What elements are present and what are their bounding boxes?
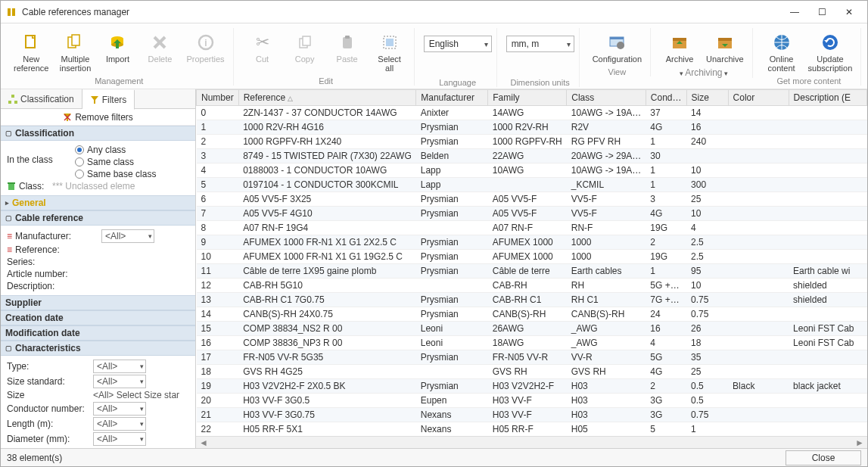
table-row[interactable]: 22H05 RR-F 5X1NexansH05 RR-FH0551 <box>197 422 867 437</box>
online-content-button[interactable]: Online content <box>762 28 801 73</box>
section-cable-reference[interactable]: ▢Cable reference <box>1 210 195 226</box>
col-reference[interactable]: Reference <box>238 90 416 106</box>
units-combo[interactable]: mm, m <box>506 36 574 52</box>
properties-button[interactable]: i Properties <box>182 28 228 64</box>
cell-desc <box>789 365 866 379</box>
manufacturer-combo[interactable]: <All> <box>101 229 154 243</box>
table-row[interactable]: 11Câble de terre 1X95 gaine plombPrysmia… <box>197 264 867 279</box>
tab-filters[interactable]: Filters <box>82 90 135 110</box>
col-manufacturer[interactable]: Manufacturer <box>416 90 488 106</box>
type-combo[interactable]: <All> <box>93 360 146 373</box>
cell-cls: RN-F <box>567 221 646 235</box>
table-row[interactable]: 18GVS RH 4G25GVS RHGVS RH4G25 <box>197 365 867 379</box>
minimize-button[interactable]: — <box>781 4 808 20</box>
import-button[interactable]: Import <box>98 28 137 64</box>
cell-ref: FR-N05 VV-R 5G35 <box>238 350 416 365</box>
table-row[interactable]: 40188003 - 1 CONDUCTOR 10AWGLapp10AWG10A… <box>197 163 867 178</box>
table-row[interactable]: 02ZN-1437 - 37 CONDUCTOR 14AWGAnixter14A… <box>197 106 867 120</box>
remove-filters-icon <box>63 113 72 122</box>
table-row[interactable]: 6A05 VV5-F 3X25PrysmianA05 VV5-FVV5-F325 <box>197 192 867 207</box>
table-row[interactable]: 21000 RGPFV-RH 1X240Prysmian1000 RGPFV-R… <box>197 135 867 149</box>
table-row[interactable]: 16COMP 38836_NP3 R 00Leoni18AWG_AWG418Le… <box>197 336 867 350</box>
cell-cls: 1000 <box>567 250 646 264</box>
cell-n: 16 <box>197 336 239 350</box>
unarchive-button[interactable]: Unarchive <box>702 28 748 64</box>
cell-desc <box>789 207 866 221</box>
cell-size: 0.75 <box>686 408 728 422</box>
cell-mfr: Prysmian <box>416 207 488 221</box>
table-row[interactable]: 17FR-N05 VV-R 5G35PrysmianFR-N05 VV-RVV-… <box>197 350 867 365</box>
table-row[interactable]: 11000 R2V-RH 4G16Prysmian1000 R2V-RHR2V4… <box>197 120 867 135</box>
col-number[interactable]: Number <box>197 90 239 106</box>
update-subscription-icon <box>820 32 841 53</box>
paste-button[interactable]: Paste <box>328 28 367 64</box>
cell-cls: 10AWG -> 19A… <box>567 163 646 178</box>
cut-button[interactable]: ✂Cut <box>243 28 282 64</box>
cell-cls: _AWG <box>567 336 646 350</box>
group-archiving: Archive Unarchive ▾Archiving▾ <box>655 28 753 78</box>
language-combo[interactable]: English <box>424 36 492 52</box>
cell-size: 0.5 <box>686 394 728 408</box>
remove-filters-button[interactable]: Remove filters <box>1 109 195 126</box>
table-row[interactable]: 50197104 - 1 CONDUCTOR 300KCMILLapp_KCMI… <box>197 178 867 192</box>
configuration-button[interactable]: Configuration <box>589 28 646 64</box>
cell-color <box>728 163 789 178</box>
diameter-combo[interactable]: <All> <box>93 432 146 446</box>
cell-n: 17 <box>197 350 239 365</box>
col-size[interactable]: Size <box>686 90 728 106</box>
cell-fam: A05 VV5-F <box>488 207 567 221</box>
delete-button[interactable]: Delete <box>140 28 179 64</box>
delete-icon <box>149 32 170 53</box>
table-row[interactable]: 9AFUMEX 1000 FR-N1 X1 G1 2X2.5 CPrysmian… <box>197 235 867 250</box>
section-classification[interactable]: ▢Classification <box>1 126 195 141</box>
svg-rect-15 <box>303 36 310 45</box>
table-row[interactable]: 20H03 VV-F 3G0.5EupenH03 VV-FH033G0.5 <box>197 394 867 408</box>
multiple-insertion-icon <box>64 32 86 53</box>
select-all-button[interactable]: Select all <box>370 28 409 73</box>
cell-size: 25 <box>686 192 728 207</box>
close-window-button[interactable]: ✕ <box>835 4 863 20</box>
cell-color <box>728 336 789 350</box>
section-modification-date[interactable]: Modification date <box>1 325 195 341</box>
col-color[interactable]: Color <box>728 90 789 106</box>
table-row[interactable]: 14CANB(S)-RH 24X0.75PrysmianCANB(S)-RHCA… <box>197 307 867 322</box>
length-combo[interactable]: <All> <box>93 417 146 431</box>
horizontal-scrollbar[interactable]: ◄► <box>196 436 867 448</box>
new-reference-button[interactable]: New reference <box>10 28 52 73</box>
radio-any-class[interactable]: Any class <box>75 144 156 156</box>
type-label: Type: <box>7 361 90 372</box>
table-row[interactable]: 7A05 VV5-F 4G10PrysmianA05 VV5-FVV5-F4G1… <box>197 207 867 221</box>
section-characteristics[interactable]: ▢Characteristics <box>1 341 195 356</box>
archive-button[interactable]: Archive <box>660 28 699 64</box>
cell-ref: 1000 RGPFV-RH 1X240 <box>238 135 416 149</box>
maximize-button[interactable]: ☐ <box>808 4 835 20</box>
size-standard-combo[interactable]: <All> <box>93 375 146 388</box>
section-supplier[interactable]: Supplier <box>1 295 195 310</box>
close-button[interactable]: Close <box>786 450 861 465</box>
col-cond[interactable]: Cond… <box>646 90 686 106</box>
radio-same-class[interactable]: Same class <box>75 156 156 168</box>
conductor-number-combo[interactable]: <All> <box>93 402 146 416</box>
table-row[interactable]: 13CAB-RH C1 7G0.75PrysmianCAB-RH C1RH C1… <box>197 293 867 307</box>
section-general[interactable]: ▸General <box>1 195 195 210</box>
group-view: Configuration View <box>584 28 651 76</box>
table-row[interactable]: 38749 - 15 TWISTED PAIR (7X30) 22AWGBeld… <box>197 149 867 163</box>
grid-scroll[interactable]: Number Reference Manufacturer Family Cla… <box>196 89 867 436</box>
table-row[interactable]: 8A07 RN-F 19G4A07 RN-FRN-F19G4 <box>197 221 867 235</box>
col-description[interactable]: Description (E <box>789 90 866 106</box>
radio-same-base-class[interactable]: Same base class <box>75 168 156 180</box>
tab-classification[interactable]: Classification <box>1 89 82 108</box>
table-row[interactable]: 19H03 V2V2H2-F 2X0.5 BKPrysmianH03 V2V2H… <box>197 379 867 394</box>
table-row[interactable]: 12CAB-RH 5G10CAB-RHRH5G +…10shielded <box>197 279 867 293</box>
copy-button[interactable]: Copy <box>285 28 325 64</box>
table-row[interactable]: 10AFUMEX 1000 FR-N1 X1 G1 19G2.5 CPrysmi… <box>197 250 867 264</box>
cell-size: 0.75 <box>686 293 728 307</box>
update-subscription-button[interactable]: Update subscription <box>804 28 857 73</box>
col-class[interactable]: Class <box>567 90 646 106</box>
table-row[interactable]: 15COMP 38834_NS2 R 00Leoni26AWG_AWG1626L… <box>197 322 867 336</box>
multiple-insertion-button[interactable]: Multiple insertion <box>55 28 95 73</box>
section-creation-date[interactable]: Creation date <box>1 310 195 325</box>
table-row[interactable]: 21H03 VV-F 3G0.75NexansH03 VV-FH033G0.75 <box>197 408 867 422</box>
cell-color <box>728 235 789 250</box>
col-family[interactable]: Family <box>488 90 567 106</box>
